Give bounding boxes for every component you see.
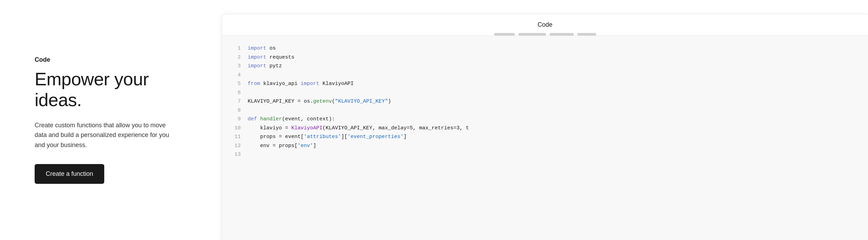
code-line: 10 klaviyo = KlaviyoAPI(KLAVIYO_API_KEY,… — [222, 124, 868, 133]
create-function-button[interactable]: Create a function — [35, 164, 104, 184]
line-number: 2 — [230, 53, 241, 62]
code-line: 13 — [222, 150, 868, 159]
code-text: klaviyo = KlaviyoAPI(KLAVIYO_API_KEY, ma… — [248, 124, 469, 133]
tab-pill-3[interactable] — [549, 33, 574, 36]
line-number: 6 — [230, 88, 241, 97]
code-window-tabs — [494, 33, 596, 36]
code-line: 2 import requests — [222, 53, 868, 62]
code-line: 11 props = event['attributes']['event_pr… — [222, 132, 868, 142]
code-line: 1 import os — [222, 44, 868, 53]
code-text: props = event['attributes']['event_prope… — [248, 132, 407, 142]
tab-pill-4[interactable] — [577, 33, 596, 36]
line-number: 7 — [230, 97, 241, 106]
code-line: 7 KLAVIYO_API_KEY = os.getenv("KLAVIYO_A… — [222, 97, 868, 106]
line-number: 1 — [230, 44, 241, 53]
code-text: env = props['env'] — [248, 142, 316, 151]
code-window-header: Code — [222, 14, 868, 36]
line-number: 12 — [230, 142, 241, 151]
left-panel: Code Empower your ideas. Create custom f… — [0, 0, 208, 240]
right-panel: Code 1 import os 2 import requests — [208, 0, 868, 240]
tab-pill-1[interactable] — [494, 33, 515, 36]
code-line: 12 env = props['env'] — [222, 142, 868, 151]
code-text: import requests — [248, 53, 294, 62]
code-body: 1 import os 2 import requests 3 import p… — [222, 36, 868, 240]
section-label: Code — [35, 56, 173, 63]
tab-pill-2[interactable] — [518, 33, 546, 36]
line-number: 4 — [230, 71, 241, 80]
line-number: 11 — [230, 132, 241, 142]
code-window: Code 1 import os 2 import requests — [222, 14, 868, 240]
headline: Empower your ideas. — [35, 69, 173, 111]
code-window-title: Code — [538, 21, 552, 28]
code-text — [248, 150, 251, 159]
code-text: KLAVIYO_API_KEY = os.getenv("KLAVIYO_API… — [248, 97, 391, 106]
line-number: 9 — [230, 115, 241, 124]
code-text — [248, 106, 251, 115]
line-number: 5 — [230, 79, 241, 88]
code-text: import os — [248, 44, 276, 53]
line-number: 10 — [230, 124, 241, 133]
code-line: 5 from klaviyo_api import KlaviyoAPI — [222, 79, 868, 88]
line-number: 13 — [230, 150, 241, 159]
code-text: import pytz — [248, 62, 282, 71]
code-line: 3 import pytz — [222, 62, 868, 71]
code-text — [248, 71, 251, 80]
code-line: 6 — [222, 88, 868, 97]
code-text: from klaviyo_api import KlaviyoAPI — [248, 79, 354, 88]
code-text — [248, 88, 251, 97]
code-line: 8 — [222, 106, 868, 115]
code-line: 4 — [222, 71, 868, 80]
description: Create custom functions that allow you t… — [35, 120, 173, 150]
code-line: 9 def handler(event, context): — [222, 115, 868, 124]
line-number: 3 — [230, 62, 241, 71]
line-number: 8 — [230, 106, 241, 115]
code-text: def handler(event, context): — [248, 115, 335, 124]
